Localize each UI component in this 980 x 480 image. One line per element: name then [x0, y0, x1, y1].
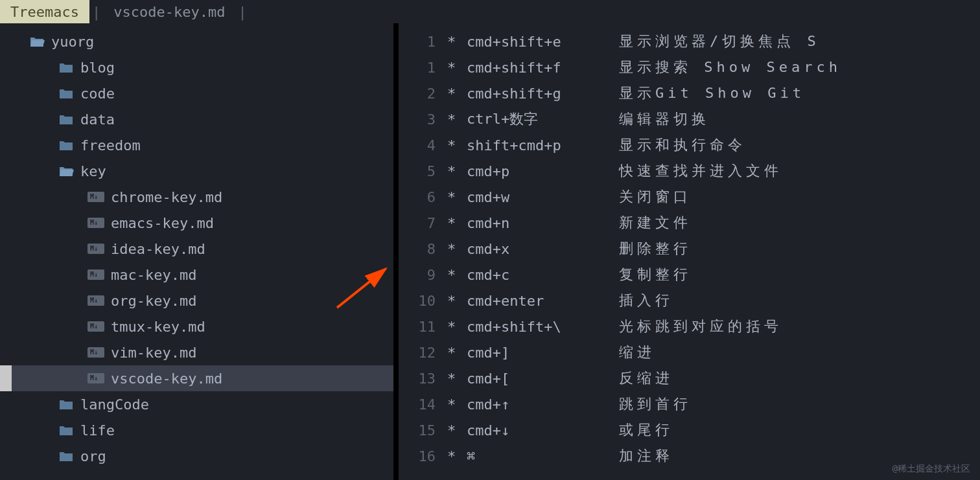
shortcut-key: cmd+shift+g	[467, 86, 619, 102]
editor-line[interactable]: 12*cmd+]缩进	[399, 339, 980, 365]
folder-icon	[58, 87, 74, 100]
bullet: *	[447, 293, 467, 309]
tree-file[interactable]: M↓tmux-key.md	[0, 314, 399, 339]
editor-line[interactable]: 1*cmd+shift+f显示搜索 Show Search	[399, 54, 980, 80]
shortcut-key: cmd+shift+e	[467, 34, 619, 50]
editor-line[interactable]: 4*shift+cmd+p显示和执行命令	[399, 132, 980, 158]
line-number: 1	[412, 60, 447, 76]
bullet: *	[447, 422, 467, 439]
markdown-icon: M↓	[88, 218, 104, 228]
tree-folder-label: langCode	[80, 396, 149, 413]
bullet: *	[447, 163, 467, 179]
shortcut-description: 显示搜索 Show Search	[619, 58, 841, 77]
shortcut-description: 关闭窗口	[619, 187, 692, 207]
line-number: 3	[412, 111, 447, 128]
shortcut-description: 缩进	[619, 343, 655, 362]
shortcut-key: cmd+[	[467, 371, 619, 387]
editor-line[interactable]: 15*cmd+↓或尾行	[399, 417, 980, 443]
tree-file-label: chrome-key.md	[111, 189, 222, 205]
line-number: 4	[412, 137, 447, 154]
bullet: *	[447, 137, 467, 154]
folder-icon	[58, 398, 74, 411]
tree-file[interactable]: M↓mac-key.md	[0, 262, 399, 288]
line-number: 12	[412, 345, 447, 361]
tree-file-label: vim-key.md	[111, 345, 196, 361]
tree-root-label: yuorg	[51, 34, 94, 50]
tab-separator: |	[235, 0, 249, 23]
bullet: *	[447, 448, 467, 464]
tree-file[interactable]: M↓emacs-key.md	[0, 210, 399, 236]
bullet: *	[447, 189, 467, 205]
line-number: 9	[412, 267, 447, 283]
editor-line[interactable]: 7*cmd+n新建文件	[399, 210, 980, 236]
tree-file[interactable]: M↓vim-key.md	[0, 339, 399, 365]
shortcut-key: cmd+p	[467, 163, 619, 179]
bullet: *	[447, 345, 467, 361]
tree-file[interactable]: M↓vscode-key.md	[0, 365, 399, 391]
bullet: *	[447, 241, 467, 257]
shortcut-description: 反缩进	[619, 369, 673, 388]
bullet: *	[447, 396, 467, 413]
line-number: 13	[412, 371, 447, 387]
editor-line[interactable]: 10*cmd+enter插入行	[399, 288, 980, 314]
folder-open-icon	[58, 165, 74, 177]
line-number: 7	[412, 215, 447, 231]
editor-line[interactable]: 5*cmd+p快速查找并进入文件	[399, 158, 980, 184]
shortcut-key: ctrl+数字	[467, 109, 619, 129]
tree-file-label: org-key.md	[111, 293, 196, 309]
tree-file[interactable]: M↓idea-key.md	[0, 236, 399, 262]
editor-line[interactable]: 11*cmd+shift+\光标跳到对应的括号	[399, 314, 980, 339]
tree-file-label: mac-key.md	[111, 267, 196, 283]
tree-folder-label: freedom	[80, 137, 141, 154]
bullet: *	[447, 215, 467, 231]
tree-root[interactable]: yuorg	[0, 29, 399, 54]
tree-folder[interactable]: langCode	[0, 391, 399, 417]
bullet: *	[447, 267, 467, 283]
tree-file[interactable]: M↓org-key.md	[0, 288, 399, 314]
tree-folder[interactable]: org	[0, 443, 399, 469]
editor-line[interactable]: 1*cmd+shift+e显示浏览器/切换焦点 S	[399, 29, 980, 54]
shortcut-key: cmd+w	[467, 189, 619, 205]
bullet: *	[447, 60, 467, 76]
editor-line[interactable]: 14*cmd+↑跳到首行	[399, 391, 980, 417]
folder-open-icon	[29, 35, 45, 48]
shortcut-key: cmd+↓	[467, 422, 619, 439]
markdown-icon: M↓	[88, 269, 104, 280]
line-number: 1	[412, 34, 447, 50]
tab-file[interactable]: vscode-key.md	[103, 0, 235, 23]
tree-folder[interactable]: life	[0, 417, 399, 443]
tab-treemacs[interactable]: Treemacs	[0, 0, 89, 23]
tree-file[interactable]: M↓chrome-key.md	[0, 184, 399, 210]
editor-line[interactable]: 13*cmd+[反缩进	[399, 365, 980, 391]
shortcut-description: 编辑器切换	[619, 109, 710, 129]
editor-line[interactable]: 3*ctrl+数字 编辑器切换	[399, 106, 980, 132]
tree-folder-key[interactable]: key	[0, 158, 399, 184]
editor-line[interactable]: 6*cmd+w关闭窗口	[399, 184, 980, 210]
markdown-icon: M↓	[88, 347, 104, 358]
shortcut-description: 显示和执行命令	[619, 135, 746, 155]
shortcut-description: 光标跳到对应的括号	[619, 317, 782, 336]
tree-file-label: idea-key.md	[111, 241, 205, 257]
folder-icon	[58, 450, 74, 463]
tree-folder[interactable]: blog	[0, 54, 399, 80]
line-number: 11	[412, 319, 447, 335]
shortcut-description: 跳到首行	[619, 394, 692, 414]
editor-line[interactable]: 2*cmd+shift+g显示Git Show Git	[399, 80, 980, 106]
bullet: *	[447, 371, 467, 387]
shortcut-key: cmd+c	[467, 267, 619, 283]
shortcut-key: cmd+shift+\	[467, 319, 619, 335]
shortcut-key: cmd+]	[467, 345, 619, 361]
folder-icon	[58, 61, 74, 74]
sidebar-border[interactable]	[393, 23, 399, 480]
tree-folder[interactable]: code	[0, 80, 399, 106]
editor-line[interactable]: 9*cmd+c复制整行	[399, 262, 980, 288]
tree-folder[interactable]: data	[0, 106, 399, 132]
markdown-icon: M↓	[88, 244, 104, 254]
shortcut-key: cmd+n	[467, 215, 619, 231]
shortcut-description: 显示Git Show Git	[619, 84, 805, 103]
tree-file-label: tmux-key.md	[111, 319, 205, 335]
line-number: 6	[412, 189, 447, 205]
tree-folder[interactable]: freedom	[0, 132, 399, 158]
editor-line[interactable]: 8*cmd+x删除整行	[399, 236, 980, 262]
markdown-icon: M↓	[88, 321, 104, 332]
